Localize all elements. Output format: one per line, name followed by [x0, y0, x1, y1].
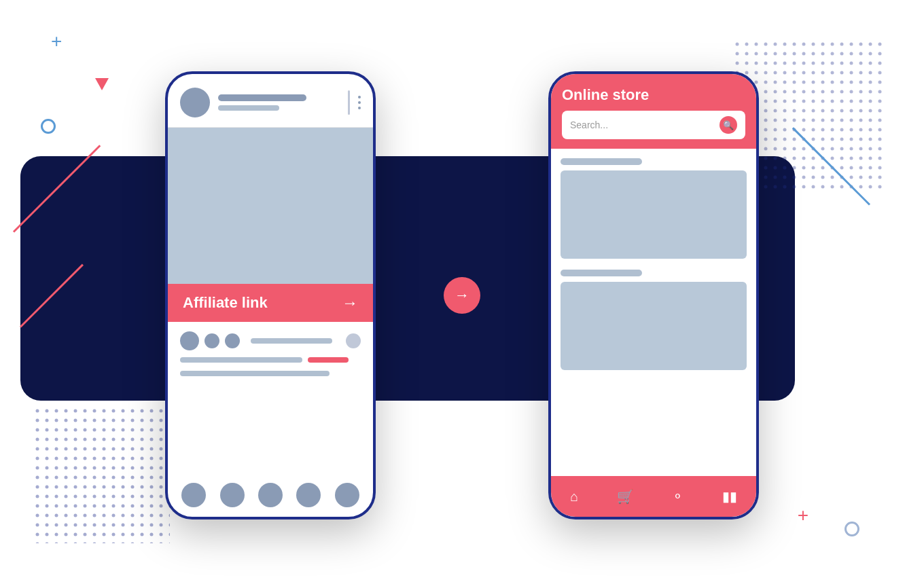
nav-add[interactable] [258, 483, 283, 507]
affiliate-link-label: Affiliate link [183, 294, 268, 312]
product-image-2 [561, 282, 747, 370]
dot-pattern-bottom-left [34, 407, 170, 543]
caption-line [180, 357, 361, 367]
post-image [168, 128, 373, 284]
bookmark-icon [346, 333, 361, 348]
product-item-2[interactable] [561, 270, 747, 370]
separator [348, 90, 350, 115]
deco-plus-top-left: + [51, 31, 62, 52]
nav-user-icon[interactable]: ⚬ [672, 488, 683, 505]
affiliate-link-button[interactable]: Affiliate link → [168, 284, 373, 322]
caption-bar-1 [180, 357, 302, 363]
phone2-bottom-nav: ⌂ 🛒 ⚬ ▮▮ [551, 476, 756, 517]
avatar [180, 88, 210, 117]
product-label-1 [561, 158, 642, 165]
phone1-header-text [218, 94, 340, 111]
nav-home[interactable] [181, 483, 206, 507]
subtext-bar [218, 105, 279, 111]
phone1-header [168, 74, 373, 128]
deco-triangle [95, 78, 109, 90]
like-icon [180, 331, 199, 350]
product-label-2 [561, 270, 642, 276]
deco-plus-bottom-right: + [798, 505, 808, 526]
nav-cart-icon[interactable]: 🛒 [617, 488, 634, 505]
search-icon[interactable]: 🔍 [719, 116, 737, 134]
affiliate-arrow-icon: → [342, 293, 358, 312]
deco-circle-left [41, 119, 56, 134]
phone1-bottom-nav [168, 473, 373, 517]
caption-bar-3 [180, 371, 330, 376]
search-placeholder: Search... [570, 120, 714, 130]
phones-container: Affiliate link → [165, 71, 759, 519]
nav-profile[interactable] [335, 483, 359, 507]
product-image-1 [561, 170, 747, 259]
nav-home-icon[interactable]: ⌂ [570, 489, 578, 505]
phone2-product-list [551, 149, 756, 390]
search-symbol: 🔍 [723, 120, 734, 130]
svg-rect-3 [34, 407, 170, 543]
nav-notifications[interactable] [296, 483, 321, 507]
caption-bar-2 [308, 357, 349, 363]
main-scene: + + [0, 0, 924, 584]
comment-icon [205, 333, 219, 348]
more-options-icon [358, 96, 361, 109]
search-bar[interactable]: Search... 🔍 [562, 111, 745, 139]
share-icon [225, 333, 240, 348]
phone1-social-section [168, 322, 373, 390]
phone-online-store: Online store Search... 🔍 [548, 71, 759, 519]
phone-social-media: Affiliate link → [165, 71, 376, 519]
store-title: Online store [562, 86, 745, 104]
product-item-1[interactable] [561, 158, 747, 259]
social-icons-row [180, 331, 361, 350]
deco-circle-bottom-right [845, 522, 859, 536]
arrow-connector: → [444, 277, 480, 314]
username-bar [218, 94, 306, 101]
nav-search[interactable] [220, 483, 245, 507]
phone2-header: Online store Search... 🔍 [551, 74, 756, 149]
arrow-icon: → [455, 287, 469, 304]
likes-bar [251, 338, 332, 344]
nav-menu-icon[interactable]: ▮▮ [722, 488, 737, 505]
